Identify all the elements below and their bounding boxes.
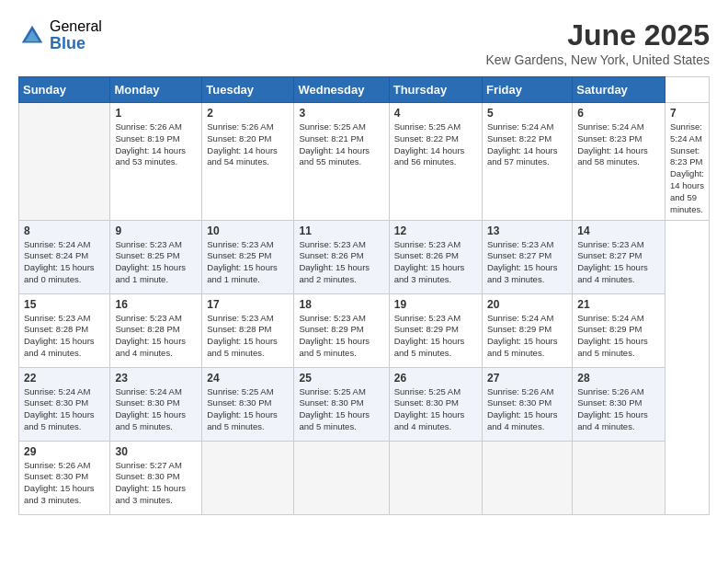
day-number: 17 (207, 298, 289, 311)
calendar-cell: 26Sunrise: 5:25 AM Sunset: 8:30 PM Dayli… (389, 367, 482, 441)
day-info: Sunrise: 5:23 AM Sunset: 8:29 PM Dayligh… (299, 313, 383, 360)
calendar-cell: 22Sunrise: 5:24 AM Sunset: 8:30 PM Dayli… (19, 367, 110, 441)
page-header: General Blue June 2025 Kew Gardens, New … (18, 18, 710, 67)
weekday-header-tuesday: Tuesday (202, 77, 294, 103)
calendar-cell: 1Sunrise: 5:26 AM Sunset: 8:19 PM Daylig… (110, 103, 202, 221)
calendar-cell: 14Sunrise: 5:23 AM Sunset: 8:27 PM Dayli… (573, 220, 665, 293)
day-number: 28 (577, 372, 660, 385)
calendar-cell: 16Sunrise: 5:23 AM Sunset: 8:28 PM Dayli… (110, 293, 202, 367)
calendar-cell: 24Sunrise: 5:25 AM Sunset: 8:30 PM Dayli… (202, 367, 294, 441)
day-info: Sunrise: 5:23 AM Sunset: 8:27 PM Dayligh… (577, 239, 660, 286)
calendar-cell: 11Sunrise: 5:23 AM Sunset: 8:26 PM Dayli… (294, 220, 389, 293)
calendar-cell: 29Sunrise: 5:26 AM Sunset: 8:30 PM Dayli… (19, 441, 110, 514)
weekday-header-thursday: Thursday (389, 77, 482, 103)
day-number: 10 (207, 224, 289, 237)
day-number: 19 (394, 298, 477, 311)
day-number: 5 (487, 107, 567, 120)
logo-blue: Blue (50, 35, 102, 53)
month-title: June 2025 (485, 18, 710, 52)
day-number: 26 (394, 372, 477, 385)
day-info: Sunrise: 5:23 AM Sunset: 8:26 PM Dayligh… (394, 239, 477, 286)
day-number: 9 (115, 224, 197, 237)
calendar-cell (389, 441, 482, 514)
day-info: Sunrise: 5:24 AM Sunset: 8:29 PM Dayligh… (577, 313, 660, 360)
day-info: Sunrise: 5:26 AM Sunset: 8:20 PM Dayligh… (207, 121, 289, 168)
calendar-cell: 2Sunrise: 5:26 AM Sunset: 8:20 PM Daylig… (202, 103, 294, 221)
day-info: Sunrise: 5:23 AM Sunset: 8:26 PM Dayligh… (299, 239, 383, 286)
day-info: Sunrise: 5:24 AM Sunset: 8:30 PM Dayligh… (115, 386, 197, 433)
day-number: 4 (394, 107, 477, 120)
calendar-cell (294, 441, 389, 514)
logo: General Blue (18, 18, 102, 52)
calendar-cell: 28Sunrise: 5:26 AM Sunset: 8:30 PM Dayli… (573, 367, 665, 441)
day-info: Sunrise: 5:23 AM Sunset: 8:25 PM Dayligh… (115, 239, 197, 286)
day-info: Sunrise: 5:23 AM Sunset: 8:25 PM Dayligh… (207, 239, 289, 286)
day-number: 13 (487, 224, 567, 237)
calendar-cell: 30Sunrise: 5:27 AM Sunset: 8:30 PM Dayli… (110, 441, 202, 514)
day-number: 14 (577, 224, 660, 237)
weekday-header-wednesday: Wednesday (294, 77, 389, 103)
day-info: Sunrise: 5:24 AM Sunset: 8:30 PM Dayligh… (24, 386, 105, 433)
day-info: Sunrise: 5:23 AM Sunset: 8:27 PM Dayligh… (487, 239, 567, 286)
day-info: Sunrise: 5:25 AM Sunset: 8:30 PM Dayligh… (394, 386, 477, 433)
weekday-header-sunday: Sunday (19, 77, 110, 103)
calendar: SundayMondayTuesdayWednesdayThursdayFrid… (18, 76, 710, 515)
calendar-cell: 13Sunrise: 5:23 AM Sunset: 8:27 PM Dayli… (482, 220, 572, 293)
calendar-cell: 21Sunrise: 5:24 AM Sunset: 8:29 PM Dayli… (573, 293, 665, 367)
weekday-header-friday: Friday (482, 77, 572, 103)
day-number: 22 (24, 372, 105, 385)
title-block: June 2025 Kew Gardens, New York, United … (485, 18, 710, 67)
week-row-5: 29Sunrise: 5:26 AM Sunset: 8:30 PM Dayli… (19, 441, 710, 514)
day-info: Sunrise: 5:27 AM Sunset: 8:30 PM Dayligh… (115, 460, 197, 507)
day-number: 18 (299, 298, 383, 311)
day-info: Sunrise: 5:23 AM Sunset: 8:28 PM Dayligh… (207, 313, 289, 360)
calendar-cell: 15Sunrise: 5:23 AM Sunset: 8:28 PM Dayli… (19, 293, 110, 367)
day-info: Sunrise: 5:23 AM Sunset: 8:28 PM Dayligh… (24, 313, 105, 360)
day-number: 12 (394, 224, 477, 237)
day-number: 11 (299, 224, 383, 237)
week-row-2: 8Sunrise: 5:24 AM Sunset: 8:24 PM Daylig… (19, 220, 710, 293)
day-info: Sunrise: 5:24 AM Sunset: 8:24 PM Dayligh… (24, 239, 105, 286)
day-number: 30 (115, 445, 197, 458)
day-info: Sunrise: 5:25 AM Sunset: 8:22 PM Dayligh… (394, 121, 477, 168)
calendar-cell: 18Sunrise: 5:23 AM Sunset: 8:29 PM Dayli… (294, 293, 389, 367)
day-number: 2 (207, 107, 289, 120)
calendar-cell: 9Sunrise: 5:23 AM Sunset: 8:25 PM Daylig… (110, 220, 202, 293)
day-info: Sunrise: 5:26 AM Sunset: 8:19 PM Dayligh… (115, 121, 197, 168)
day-number: 15 (24, 298, 105, 311)
day-number: 25 (299, 372, 383, 385)
day-number: 16 (115, 298, 197, 311)
day-info: Sunrise: 5:26 AM Sunset: 8:30 PM Dayligh… (487, 386, 567, 433)
day-number: 21 (577, 298, 660, 311)
calendar-cell: 12Sunrise: 5:23 AM Sunset: 8:26 PM Dayli… (389, 220, 482, 293)
calendar-cell: 8Sunrise: 5:24 AM Sunset: 8:24 PM Daylig… (19, 220, 110, 293)
calendar-cell: 7Sunrise: 5:24 AM Sunset: 8:23 PM Daylig… (665, 103, 710, 221)
calendar-cell: 6Sunrise: 5:24 AM Sunset: 8:23 PM Daylig… (573, 103, 665, 221)
day-number: 6 (577, 107, 660, 120)
day-info: Sunrise: 5:25 AM Sunset: 8:21 PM Dayligh… (299, 121, 383, 168)
calendar-cell: 5Sunrise: 5:24 AM Sunset: 8:22 PM Daylig… (482, 103, 572, 221)
calendar-cell: 23Sunrise: 5:24 AM Sunset: 8:30 PM Dayli… (110, 367, 202, 441)
week-row-3: 15Sunrise: 5:23 AM Sunset: 8:28 PM Dayli… (19, 293, 710, 367)
calendar-cell (573, 441, 665, 514)
calendar-cell (19, 103, 110, 221)
day-number: 24 (207, 372, 289, 385)
day-info: Sunrise: 5:24 AM Sunset: 8:29 PM Dayligh… (487, 313, 567, 360)
calendar-cell: 4Sunrise: 5:25 AM Sunset: 8:22 PM Daylig… (389, 103, 482, 221)
calendar-cell (482, 441, 572, 514)
weekday-header-row: SundayMondayTuesdayWednesdayThursdayFrid… (19, 77, 710, 103)
day-info: Sunrise: 5:23 AM Sunset: 8:28 PM Dayligh… (115, 313, 197, 360)
calendar-cell (202, 441, 294, 514)
weekday-header-saturday: Saturday (573, 77, 665, 103)
calendar-cell: 10Sunrise: 5:23 AM Sunset: 8:25 PM Dayli… (202, 220, 294, 293)
day-number: 23 (115, 372, 197, 385)
weekday-header-monday: Monday (110, 77, 202, 103)
calendar-cell: 27Sunrise: 5:26 AM Sunset: 8:30 PM Dayli… (482, 367, 572, 441)
week-row-4: 22Sunrise: 5:24 AM Sunset: 8:30 PM Dayli… (19, 367, 710, 441)
day-number: 7 (670, 107, 704, 120)
location: Kew Gardens, New York, United States (485, 52, 710, 67)
calendar-cell: 25Sunrise: 5:25 AM Sunset: 8:30 PM Dayli… (294, 367, 389, 441)
day-number: 3 (299, 107, 383, 120)
day-info: Sunrise: 5:24 AM Sunset: 8:22 PM Dayligh… (487, 121, 567, 168)
day-number: 29 (24, 445, 105, 458)
